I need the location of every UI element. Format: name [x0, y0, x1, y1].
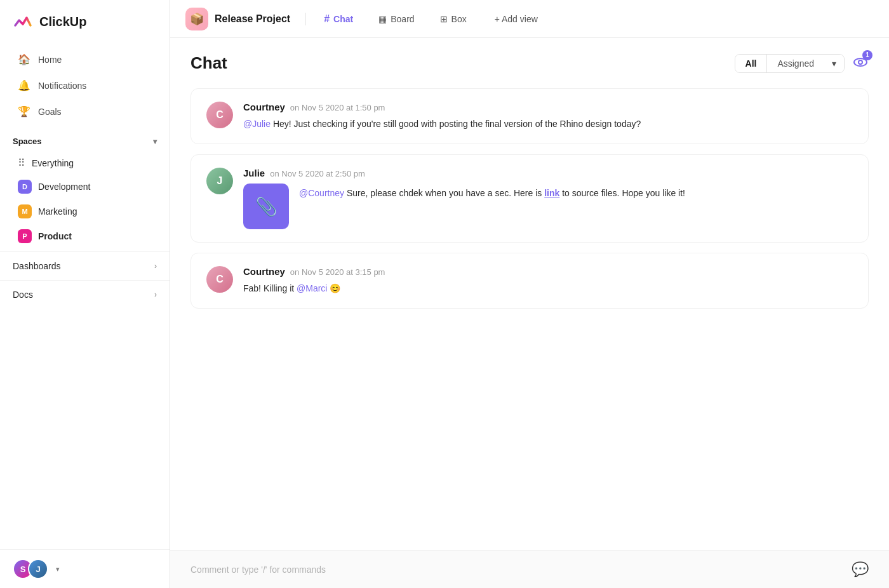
msg-meta-1: Courtney on Nov 5 2020 at 1:50 pm [243, 102, 853, 112]
chat-header-right: All Assigned ▾ 1 [735, 54, 869, 73]
message-card-3: C Courtney on Nov 5 2020 at 3:15 pm Fab!… [190, 253, 869, 309]
product-dot: P [18, 229, 32, 243]
msg-text-1: @Julie Hey! Just checking if you're stil… [243, 117, 853, 131]
msg-time-3: on Nov 5 2020 at 3:15 pm [290, 267, 385, 277]
logo[interactable]: ClickUp [0, 0, 170, 43]
msg-content-1: Courtney on Nov 5 2020 at 1:50 pm @Julie… [243, 102, 853, 131]
msg-text-1-body: Hey! Just checking if you're still good … [273, 119, 641, 129]
msg-text-2-body: Sure, please chdek when you have a sec. … [347, 188, 544, 198]
tab-chat-label: Chat [333, 14, 353, 24]
avatar-group[interactable]: S J [13, 559, 48, 579]
home-icon: 🏠 [18, 53, 30, 65]
sidebar-item-home[interactable]: 🏠 Home [5, 47, 164, 72]
logo-text: ClickUp [39, 15, 86, 29]
msg-text-3-body: Fab! Killing it [243, 283, 297, 293]
sidebar-section-dashboards[interactable]: Dashboards › [0, 251, 170, 277]
source-link[interactable]: link [544, 188, 559, 198]
filter-dropdown-button[interactable]: ▾ [824, 55, 844, 72]
dashboards-label: Dashboards [13, 261, 61, 271]
comment-placeholder[interactable]: Comment or type '/' for commands [190, 565, 326, 575]
sidebar-item-marketing[interactable]: M Marketing [5, 199, 164, 224]
avatar-courtney-2: C [206, 266, 233, 293]
docs-label: Docs [13, 290, 33, 300]
add-view-button[interactable]: + Add view [487, 10, 545, 28]
sidebar-bottom: S J ▾ [0, 549, 170, 588]
mention-marci[interactable]: @Marci [297, 283, 327, 293]
sidebar-item-product[interactable]: P Product [5, 224, 164, 248]
sidebar-nav: 🏠 Home 🔔 Notifications 🏆 Goals [0, 43, 170, 128]
topbar-divider [305, 13, 306, 25]
sidebar-item-development-label: Development [38, 182, 91, 192]
clickup-logo-icon [13, 11, 33, 32]
main-content: 📦 Release Project # Chat ▦ Board ⊞ Box +… [170, 0, 889, 588]
docs-chevron-icon: › [154, 290, 157, 299]
paperclip-icon: 📎 [255, 196, 277, 217]
tab-box[interactable]: ⊞ Box [432, 10, 474, 28]
sidebar-item-everything[interactable]: ⠿ Everything [5, 152, 164, 174]
msg-content-2: Julie on Nov 5 2020 at 2:50 pm 📎 @Courtn… [243, 168, 853, 229]
chat-header: Chat All Assigned ▾ 1 [190, 53, 869, 73]
msg-emoji: 😊 [330, 283, 340, 293]
message-card-2: J Julie on Nov 5 2020 at 2:50 pm 📎 @Cour… [190, 154, 869, 243]
msg-author-1: Courtney [243, 102, 285, 112]
msg-meta-2: Julie on Nov 5 2020 at 2:50 pm [243, 168, 853, 178]
avatar-courtney-1: C [206, 102, 233, 128]
spaces-label: Spaces [13, 137, 42, 146]
sidebar-item-everything-label: Everything [32, 158, 74, 168]
mention-julie[interactable]: @Julie [243, 119, 271, 129]
msg-text-2-end: to source files. Hope you like it! [562, 188, 685, 198]
avatar-j: J [28, 559, 48, 579]
bell-icon: 🔔 [18, 79, 30, 91]
avatar-julie: J [206, 168, 233, 194]
everything-icon: ⠿ [18, 157, 25, 169]
marketing-dot: M [18, 204, 32, 218]
sidebar-item-goals-label: Goals [38, 107, 62, 117]
chat-title: Chat [190, 53, 227, 73]
box-icon: ⊞ [440, 14, 448, 24]
messages-list: C Courtney on Nov 5 2020 at 1:50 pm @Jul… [190, 88, 869, 551]
chat-container: Chat All Assigned ▾ 1 [170, 38, 889, 551]
sidebar-item-marketing-label: Marketing [38, 206, 77, 217]
project-title: Release Project [215, 13, 290, 25]
attachment-thumb[interactable]: 📎 [243, 184, 289, 229]
sidebar-item-goals[interactable]: 🏆 Goals [5, 99, 164, 124]
tab-chat[interactable]: # Chat [316, 10, 361, 29]
filter-group: All Assigned ▾ [735, 54, 845, 73]
msg-time-1: on Nov 5 2020 at 1:50 pm [290, 103, 385, 112]
sidebar: ClickUp 🏠 Home 🔔 Notifications 🏆 Goals S… [0, 0, 170, 588]
filter-all-button[interactable]: All [735, 55, 767, 72]
comment-bar: Comment or type '/' for commands 💬 [170, 551, 889, 588]
add-view-label: + Add view [495, 14, 538, 24]
message-card-1: C Courtney on Nov 5 2020 at 1:50 pm @Jul… [190, 88, 869, 144]
watch-button[interactable]: 1 [852, 54, 869, 73]
topbar: 📦 Release Project # Chat ▦ Board ⊞ Box +… [170, 0, 889, 38]
comment-chat-icon: 💬 [852, 561, 869, 578]
trophy-icon: 🏆 [18, 105, 30, 117]
sidebar-item-notifications[interactable]: 🔔 Notifications [5, 73, 164, 98]
avatar-dropdown-icon[interactable]: ▾ [56, 565, 60, 573]
sidebar-section-docs[interactable]: Docs › [0, 280, 170, 306]
filter-assigned-button[interactable]: Assigned [767, 55, 824, 72]
board-icon: ▦ [378, 14, 387, 24]
chat-hash-icon: # [324, 13, 330, 25]
tab-box-label: Box [451, 14, 467, 24]
spaces-list: ⠿ Everything D Development M Marketing P… [0, 151, 170, 249]
sidebar-item-development[interactable]: D Development [5, 175, 164, 199]
dashboards-chevron-icon: › [154, 262, 157, 271]
msg-text-2: @Courtney Sure, please chdek when you ha… [299, 184, 685, 200]
sidebar-item-home-label: Home [38, 55, 62, 65]
attachment-row: 📎 @Courtney Sure, please chdek when you … [243, 184, 853, 229]
mention-courtney[interactable]: @Courtney [299, 188, 344, 198]
tab-board[interactable]: ▦ Board [371, 10, 422, 28]
watch-badge: 1 [862, 50, 872, 60]
sidebar-item-notifications-label: Notifications [38, 81, 86, 91]
spaces-chevron-icon[interactable]: ▾ [153, 137, 157, 146]
msg-time-2: on Nov 5 2020 at 2:50 pm [270, 169, 365, 178]
development-dot: D [18, 180, 32, 194]
msg-text-3: Fab! Killing it @Marci 😊 [243, 282, 853, 295]
msg-author-2: Julie [243, 168, 265, 178]
sidebar-item-product-label: Product [38, 231, 72, 241]
tab-board-label: Board [391, 14, 414, 24]
spaces-header: Spaces ▾ [0, 128, 170, 151]
svg-point-1 [859, 60, 862, 64]
